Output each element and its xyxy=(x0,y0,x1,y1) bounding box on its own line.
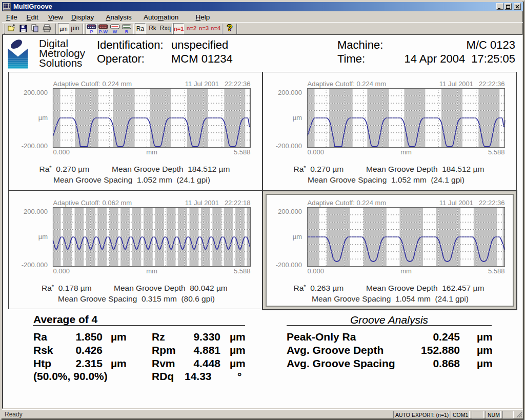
svg-text:W: W xyxy=(113,29,117,34)
svg-text:R: R xyxy=(125,29,129,34)
svg-text:P: P xyxy=(90,29,93,34)
svg-text:P-W: P-W xyxy=(99,29,108,34)
